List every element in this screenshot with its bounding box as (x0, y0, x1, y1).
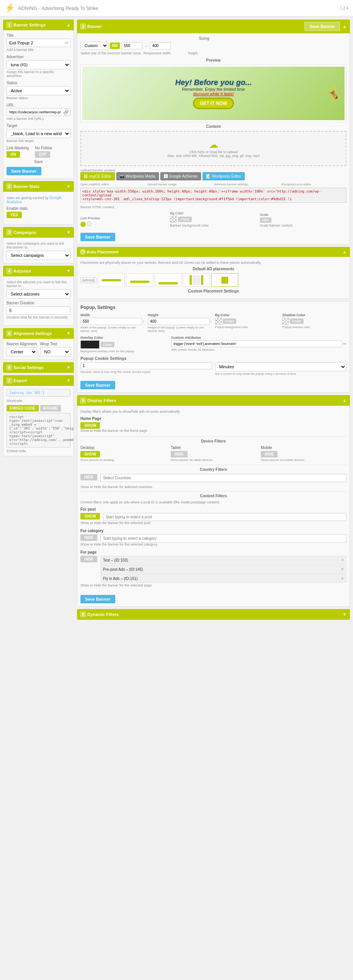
placement-option-3[interactable] (155, 273, 181, 287)
chevron-icon-4[interactable]: ▼ (66, 268, 71, 274)
cookie-num-input[interactable] (80, 362, 212, 369)
title-hint: Add a banner title. (7, 48, 70, 52)
home-page-btn[interactable]: SHOW (80, 422, 100, 429)
for-post-input[interactable] (103, 513, 346, 521)
placement-option-5[interactable] (211, 273, 238, 287)
bg-color-controls: Color (170, 216, 257, 223)
chevron-icon-dynamic[interactable]: ▼ (342, 612, 347, 617)
responsive-hint: Responsive (144, 51, 155, 55)
page-tag-remove-0[interactable]: × (341, 557, 344, 563)
alignment-select[interactable]: Center (7, 347, 37, 356)
scale-btn[interactable]: OFF (260, 217, 271, 223)
popup-bg-btn[interactable]: Color (223, 318, 237, 324)
size-hints: Select one of the common banner sizes. R… (80, 51, 209, 55)
wordpress-editor-btn[interactable]: 📝 Wordpress Editor (203, 172, 245, 180)
save-banner-btn-top[interactable]: Save Banner (304, 22, 340, 31)
page-tag-remove-1[interactable]: × (341, 567, 344, 572)
country-hide-btn[interactable]: HIDE (80, 474, 97, 480)
overlay-color-btn[interactable]: Color (101, 342, 114, 347)
desktop-btn[interactable]: SHOW (80, 451, 100, 457)
placement-bar-middle (130, 281, 149, 283)
link-masking-on-btn[interactable]: ON (7, 151, 20, 158)
mobile-btn[interactable]: HIDE (261, 451, 278, 457)
tablet-btn[interactable]: HIDE (171, 451, 188, 457)
placement-bar-right (201, 275, 203, 285)
placement-option-1[interactable] (98, 273, 125, 287)
wp-editor-icon: 📝 (206, 174, 211, 178)
placement-option-2[interactable] (126, 273, 153, 287)
placement-option-4[interactable] (183, 273, 210, 287)
cookie-num-hint: Numeric value in how long the cookie sho… (80, 370, 212, 374)
status-select[interactable]: Active (7, 86, 70, 95)
duration-input[interactable] (7, 306, 70, 315)
chevron-icon-6[interactable]: ▼ (66, 365, 71, 370)
upload-area[interactable]: ☁ Click here or Drag file to upload Max.… (80, 131, 346, 166)
size-select[interactable]: Custom 300x250 728x90 160x600 (80, 42, 108, 50)
save-banner-btn-bottom[interactable]: Save Banner (80, 233, 115, 241)
for-post-btn[interactable]: SHOW (80, 513, 100, 519)
enable-stats-btn[interactable]: YES (7, 212, 22, 218)
chevron-icon-auto-placement[interactable]: ▲ (342, 249, 347, 255)
title-input[interactable] (7, 39, 70, 47)
section-body-popup: Popup, Settings Width ↕ Width of the pop… (77, 301, 350, 393)
chevron-icon-5[interactable]: ▼ (66, 331, 71, 336)
wordpress-media-label: Wordpress Media (126, 174, 155, 178)
country-select-input[interactable] (100, 474, 346, 482)
wordpress-media-btn[interactable]: 📷 Wordpress Media (116, 172, 159, 180)
save-banner-btn-left[interactable]: Save Banner (7, 167, 41, 175)
chevron-icon-3[interactable]: ▼ (66, 230, 71, 235)
chevron-icon-banner[interactable]: ▲ (342, 24, 347, 29)
scale-label: Scale (260, 213, 346, 217)
country-section: HIDE (80, 474, 346, 482)
campaigns-select[interactable]: Select campaigns (7, 251, 70, 260)
upload-content-hint: Upload banner content. (80, 168, 346, 172)
save-display-filters-btn[interactable]: Save Banner (80, 595, 115, 603)
preview-image: Hey! Before you go... Remember, Enjoy th… (82, 67, 345, 120)
for-category-label: For category (80, 529, 346, 533)
cookie-time-select[interactable]: Minutes Hours Days (215, 362, 347, 371)
device-filters-title: Device Filters (80, 439, 346, 443)
page-tag-remove-2[interactable]: × (341, 576, 344, 581)
for-category-input[interactable] (100, 534, 346, 542)
responsive-btn[interactable]: RN (110, 42, 120, 49)
iframe-btn[interactable]: IFRAME (40, 405, 61, 412)
adzones-hint: Select the adzones you want to link this… (7, 280, 70, 288)
custom-attr-edit-icon: ✏ (343, 341, 346, 346)
advertiser-select[interactable]: tuna (#1) (7, 60, 70, 69)
section-body-display-filters: Display filters allows you to show/hide … (77, 406, 350, 607)
html-code-area[interactable]: <div style='max-width:550px; width:100%;… (80, 188, 346, 203)
overlay-color-swatch[interactable] (80, 340, 100, 349)
app-title: ADNING - Advertising Ready To Strike (18, 5, 98, 11)
url-hint: Add a banner link (URL). (7, 117, 70, 121)
target-select[interactable]: _blank, Load In a new window. (7, 129, 70, 138)
popup-height-input[interactable] (148, 318, 209, 325)
popup-shadow-btn[interactable]: Color (290, 318, 304, 324)
section-header-campaigns: 3 Campaigns ▼ (3, 227, 74, 238)
url-input[interactable] (7, 108, 70, 116)
no-follow-off-btn[interactable]: OFF (35, 151, 50, 158)
for-page-btn[interactable]: HIDE (80, 556, 97, 562)
chevron-icon-1[interactable]: ▲ (66, 22, 71, 28)
adzones-select[interactable]: Select adzones (7, 289, 70, 299)
wrap-select[interactable]: NO (40, 347, 71, 356)
chevron-icon-7[interactable]: ▼ (66, 378, 71, 383)
custom-attr-input[interactable] (171, 340, 342, 347)
bg-color-swatch (170, 216, 177, 223)
bg-color-btn[interactable]: Color (178, 217, 192, 222)
for-category-btn[interactable]: HIDE (80, 534, 97, 541)
width-input[interactable] (121, 42, 142, 49)
country-select-group (100, 474, 346, 482)
save-popup-btn[interactable]: Save Banner (80, 381, 115, 389)
wp-editor-label: Wordpress Editor (212, 174, 241, 178)
chevron-icon-2[interactable]: ▼ (66, 184, 71, 189)
embed-code-btn[interactable]: EMBED CODE (7, 405, 39, 412)
chevron-icon-display[interactable]: ▲ (342, 398, 347, 403)
url-field-group: URL 🔗 Add a banner link (URL). (7, 103, 70, 121)
live-preview-controls: ⓘ (80, 221, 167, 227)
section-body-2: Stats are getting tracked by Google Anal… (3, 192, 74, 225)
for-category-section: For category HIDE Show or Hide the banne… (80, 529, 346, 546)
google-adsense-btn[interactable]: 🅰 Google AdSense (160, 172, 201, 180)
imgmce-editor-btn[interactable]: 🖼 imgCE Editor (80, 172, 115, 180)
height-input[interactable] (150, 42, 171, 49)
popup-width-input[interactable] (80, 318, 142, 325)
